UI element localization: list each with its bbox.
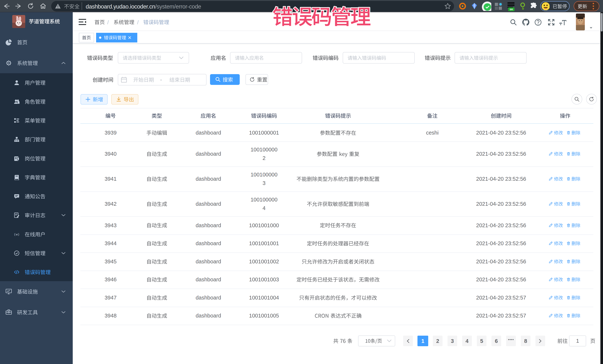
svg-text:(w): (w) bbox=[14, 233, 20, 236]
svg-text:on: on bbox=[510, 8, 513, 11]
